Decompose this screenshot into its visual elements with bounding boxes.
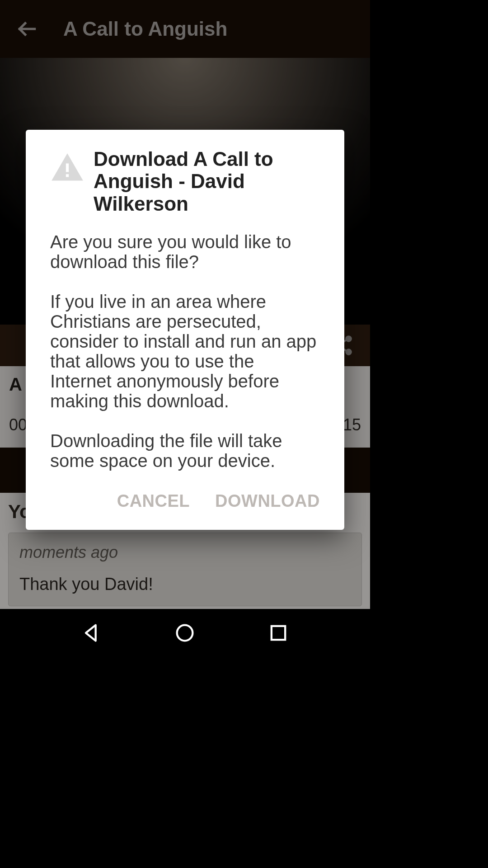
svg-rect-7	[66, 164, 69, 172]
dialog-actions: CANCEL DOWNLOAD	[26, 475, 344, 521]
nav-back-icon	[80, 621, 103, 645]
dialog-body: Are you sure you would like to download …	[26, 224, 344, 475]
nav-recent-button[interactable]	[267, 621, 290, 646]
dialog-header: Download A Call to Anguish - David Wilke…	[26, 130, 344, 224]
download-button[interactable]: DOWNLOAD	[215, 491, 320, 511]
download-dialog: Download A Call to Anguish - David Wilke…	[26, 130, 344, 530]
android-nav-bar	[0, 609, 370, 658]
svg-point-5	[177, 625, 193, 641]
svg-rect-6	[272, 626, 285, 639]
nav-home-button[interactable]	[173, 621, 197, 646]
warning-triangle-icon	[50, 151, 84, 185]
nav-home-icon	[173, 621, 197, 645]
cancel-button[interactable]: CANCEL	[117, 491, 190, 511]
app-screen: A Call to Anguish A C 00 15 Your notes: …	[0, 0, 370, 658]
nav-back-button[interactable]	[80, 621, 103, 646]
svg-rect-8	[66, 174, 69, 177]
nav-recent-icon	[267, 621, 290, 645]
dialog-title: Download A Call to Anguish - David Wilke…	[94, 148, 320, 215]
